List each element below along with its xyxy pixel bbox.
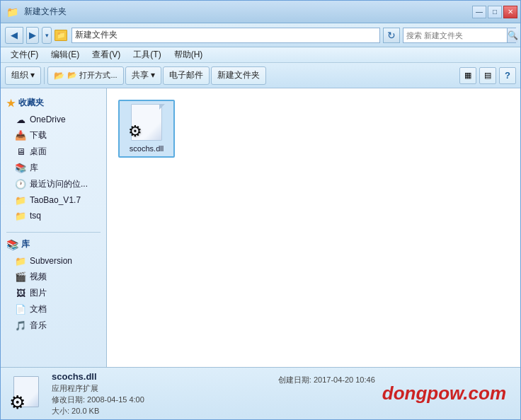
- music-icon: 🎵: [15, 320, 26, 332]
- email-button[interactable]: 电子邮件: [163, 66, 210, 85]
- file-area[interactable]: ⚙ scochs.dll: [107, 88, 520, 367]
- organize-button[interactable]: 组织 ▾: [5, 66, 41, 85]
- documents-icon: 📄: [15, 304, 26, 315]
- onedrive-label: OneDrive: [30, 115, 66, 124]
- pictures-icon: 🖼: [15, 288, 26, 299]
- menu-tools[interactable]: 工具(T): [127, 47, 166, 62]
- status-type: 应用程序扩展: [52, 383, 271, 394]
- menu-bar: 文件(F) 编辑(E) 查看(V) 工具(T) 帮助(H): [1, 47, 520, 63]
- minimize-button[interactable]: —: [472, 6, 486, 18]
- doc-corner: [159, 104, 165, 110]
- sidebar-item-pictures[interactable]: 🖼 图片: [1, 285, 106, 301]
- library-label: 库: [30, 162, 38, 174]
- download-label: 下载: [30, 129, 47, 141]
- toolbar: 组织 ▾ 📂 📂 打开方式... 共享 ▾ 电子邮件 新建文件夹 ▦ ▤ ?: [1, 63, 520, 88]
- onedrive-icon: ☁: [15, 114, 26, 125]
- pictures-label: 图片: [30, 287, 47, 299]
- main-content: ★ 收藏夹 ☁ OneDrive 📥 下载 🖥 桌面 📚 库: [1, 88, 520, 367]
- video-icon: 🎬: [15, 272, 26, 283]
- close-button[interactable]: ✕: [503, 6, 517, 18]
- taobao-label: TaoBao_V1.7: [30, 195, 81, 205]
- open-icon: 📂: [54, 71, 64, 81]
- library-icon: 📚: [15, 163, 26, 174]
- sidebar-divider: [6, 232, 101, 233]
- tsq-label: tsq: [30, 211, 41, 221]
- video-label: 视频: [30, 271, 47, 283]
- library-section-icon: 📚: [6, 239, 18, 250]
- help-button[interactable]: ?: [499, 67, 516, 84]
- favorites-star-icon: ★: [6, 98, 16, 109]
- tsq-icon: 📁: [15, 210, 26, 221]
- window-title: 新建文件夹: [24, 6, 472, 18]
- view-details-button[interactable]: ▤: [479, 67, 496, 84]
- sidebar: ★ 收藏夹 ☁ OneDrive 📥 下载 🖥 桌面 📚 库: [1, 88, 107, 367]
- title-bar-content: 📁 新建文件夹: [6, 6, 472, 18]
- status-filename: scochs.dll: [52, 371, 271, 382]
- title-controls: — □ ✕: [472, 6, 517, 18]
- watermark: dongpow.com: [382, 383, 506, 404]
- search-box: 🔍: [403, 28, 516, 43]
- menu-edit[interactable]: 编辑(E): [45, 47, 85, 62]
- address-bar: ◀ ▶ ▾ 📁 ↻ 🔍: [1, 23, 520, 47]
- sidebar-item-download[interactable]: 📥 下载: [1, 127, 106, 144]
- refresh-button[interactable]: ↻: [383, 28, 400, 43]
- desktop-icon: 🖥: [15, 146, 26, 158]
- status-modified: 修改日期: 2008-04-15 4:00: [52, 395, 271, 405]
- file-name-label: scochs.dll: [130, 144, 164, 153]
- title-bar: 📁 新建文件夹 — □ ✕: [1, 1, 520, 23]
- search-button[interactable]: 🔍: [507, 28, 518, 42]
- sidebar-item-recent[interactable]: 🕐 最近访问的位...: [1, 176, 106, 192]
- toolbar-separator-1: [44, 67, 45, 84]
- status-created: 创建日期: 2017-04-20 10:46: [278, 375, 375, 385]
- status-gear-icon: ⚙: [9, 393, 25, 412]
- status-size: 大小: 20.0 KB: [52, 406, 271, 416]
- new-folder-button[interactable]: 新建文件夹: [211, 66, 266, 85]
- desktop-label: 桌面: [30, 146, 47, 158]
- menu-help[interactable]: 帮助(H): [168, 47, 209, 62]
- back-button[interactable]: ◀: [5, 27, 23, 44]
- open-with-button[interactable]: 📂 📂 打开方式...: [47, 66, 123, 85]
- status-info: scochs.dll 应用程序扩展 修改日期: 2008-04-15 4:00 …: [52, 371, 271, 416]
- sidebar-item-onedrive[interactable]: ☁ OneDrive: [1, 112, 106, 127]
- address-input[interactable]: [71, 28, 380, 43]
- dll-file-icon: ⚙: [128, 104, 165, 141]
- subversion-icon: 📁: [15, 255, 26, 267]
- favorites-label: 收藏夹: [18, 97, 44, 109]
- libraries-header: 📚 库: [1, 235, 106, 253]
- nav-dropdown-button[interactable]: ▾: [42, 27, 52, 44]
- folder-icon: 📁: [55, 30, 67, 41]
- menu-view[interactable]: 查看(V): [86, 47, 126, 62]
- favorites-section: ★ 收藏夹 ☁ OneDrive 📥 下载 🖥 桌面 📚 库: [1, 94, 106, 223]
- recent-icon: 🕐: [15, 179, 26, 190]
- documents-label: 文档: [30, 303, 47, 315]
- sidebar-item-subversion[interactable]: 📁 Subversion: [1, 253, 106, 269]
- search-input[interactable]: [403, 31, 507, 40]
- status-bar: ⚙ scochs.dll 应用程序扩展 修改日期: 2008-04-15 4:0…: [1, 367, 520, 419]
- download-icon: 📥: [15, 130, 26, 141]
- sidebar-item-tsq[interactable]: 📁 tsq: [1, 208, 106, 223]
- subversion-label: Subversion: [30, 256, 72, 266]
- file-item-scochs[interactable]: ⚙ scochs.dll: [118, 100, 175, 158]
- view-list-button[interactable]: ▦: [459, 67, 476, 84]
- forward-button[interactable]: ▶: [26, 27, 39, 44]
- libraries-label: 库: [21, 238, 30, 250]
- gear-icon: ⚙: [128, 124, 142, 139]
- recent-label: 最近访问的位...: [30, 178, 88, 190]
- music-label: 音乐: [30, 320, 47, 332]
- open-with-label: 📂 打开方式...: [67, 70, 117, 81]
- status-icon: ⚙: [9, 376, 45, 412]
- sidebar-item-music[interactable]: 🎵 音乐: [1, 317, 106, 334]
- sidebar-item-video[interactable]: 🎬 视频: [1, 269, 106, 285]
- toolbar-right: ▦ ▤ ?: [459, 67, 516, 84]
- share-button[interactable]: 共享 ▾: [125, 66, 161, 85]
- window: 📁 新建文件夹 — □ ✕ ◀ ▶ ▾ 📁 ↻ 🔍 文件(F) 编辑(E) 查看…: [0, 0, 521, 420]
- sidebar-item-documents[interactable]: 📄 文档: [1, 301, 106, 317]
- taobao-icon: 📁: [15, 194, 26, 206]
- sidebar-item-library[interactable]: 📚 库: [1, 160, 106, 176]
- favorites-header: ★ 收藏夹: [1, 94, 106, 112]
- maximize-button[interactable]: □: [488, 6, 502, 18]
- sidebar-item-desktop[interactable]: 🖥 桌面: [1, 144, 106, 160]
- libraries-section: 📚 库 📁 Subversion 🎬 视频 🖼 图片 📄 文档: [1, 235, 106, 334]
- sidebar-item-taobao[interactable]: 📁 TaoBao_V1.7: [1, 192, 106, 208]
- menu-file[interactable]: 文件(F): [5, 47, 44, 62]
